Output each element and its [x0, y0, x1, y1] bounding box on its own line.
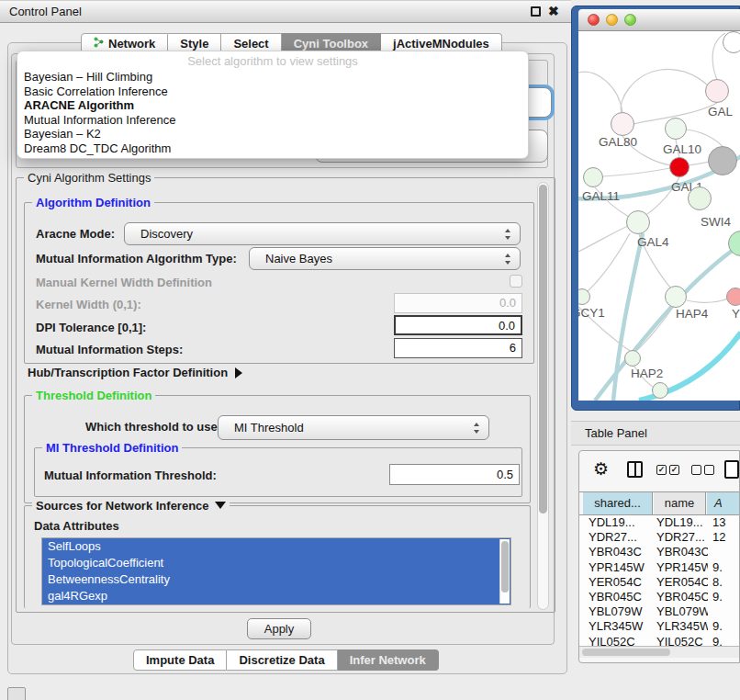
dropdown-item-aracne-algorithm[interactable]: ARACNE Algorithm	[17, 98, 528, 113]
table-cell: YLR345W	[656, 619, 708, 633]
tab-label: Discretize Data	[239, 650, 324, 671]
table-row[interactable]: YLR345WYLR345W9.	[579, 619, 739, 634]
tab-impute-data[interactable]: Impute Data	[133, 649, 227, 671]
table-header-row: shared... name A	[579, 491, 739, 515]
network-node-hap4[interactable]	[665, 286, 687, 308]
algorithm-definition-title: Algorithm Definition	[32, 196, 154, 209]
select-all-checkbox-icon[interactable]: ✓	[656, 465, 667, 475]
table-hscrollbar[interactable]	[579, 646, 739, 658]
mi-steps-field[interactable]: 6	[394, 338, 522, 358]
dropdown-item-bayesian-k2[interactable]: Bayesian – K2	[17, 127, 528, 141]
close-window-icon[interactable]	[588, 14, 600, 26]
network-node[interactable]	[688, 186, 712, 210]
cyni-bottom-tabbar: Impute DataDiscretize DataInfer Network	[133, 649, 439, 671]
stepper-icon	[505, 229, 511, 240]
table-row[interactable]: YBR043CYBR043C	[579, 545, 739, 559]
sources-title[interactable]: Sources for Network Inference	[32, 499, 230, 513]
mi-threshold-field[interactable]: 0.5	[389, 464, 520, 485]
node-table-card: ⚙ ✓ ✓ shared... name A YDL19...YDL19...1…	[578, 450, 740, 663]
tab-label: Infer Network	[350, 650, 426, 671]
network-node-gal80[interactable]	[611, 112, 634, 136]
tab-discretize-data[interactable]: Discretize Data	[227, 649, 337, 671]
mi-type-select[interactable]: Naive Bayes	[249, 247, 521, 270]
table-cell: 9.	[712, 590, 739, 604]
network-canvas[interactable]: GALGAL80GAL10GAL1GAL11SWI4GAL4GCY1HAP4YH…	[578, 31, 740, 401]
network-node-y[interactable]	[726, 288, 740, 306]
settings-scrollbar[interactable]	[537, 182, 549, 610]
tab-infer-network[interactable]: Infer Network	[338, 649, 439, 671]
aracne-mode-value: Discovery	[140, 227, 193, 241]
table-cell: YDL19...	[589, 515, 649, 529]
zoom-window-icon[interactable]	[624, 14, 636, 26]
network-node-gal1[interactable]	[669, 157, 690, 177]
deselect-checkbox-icon[interactable]	[691, 465, 701, 475]
columns-icon[interactable]	[627, 461, 643, 478]
mi-threshold-title: MI Threshold Definition	[42, 441, 182, 455]
dropdown-item-dream8-dc-tdc-algorithm[interactable]: Dream8 DC_TDC Algorithm	[17, 141, 528, 156]
dropdown-item-mutual-information-inference[interactable]: Mutual Information Inference	[17, 113, 528, 128]
minimized-panel-icon[interactable]	[7, 687, 26, 700]
export-table-icon[interactable]	[724, 460, 739, 479]
table-hscrollbar-thumb[interactable]	[582, 649, 670, 656]
network-node[interactable]	[708, 146, 737, 175]
attributes-scrollbar-thumb[interactable]	[501, 541, 509, 593]
attribute-item-betweennesscentrality[interactable]: BetweennessCentrality	[42, 571, 510, 588]
column-header-shared[interactable]: shared...	[583, 492, 653, 514]
table-row[interactable]: YDR27...YDR27...12	[579, 530, 739, 545]
hub-definition-label: Hub/Transcription Factor Definition	[28, 366, 228, 379]
network-node-gal11[interactable]	[583, 167, 603, 187]
apply-button[interactable]: Apply	[247, 618, 311, 639]
expand-right-icon	[235, 367, 242, 378]
attributes-scrollbar[interactable]	[499, 539, 510, 604]
gear-icon[interactable]: ⚙	[593, 458, 609, 480]
table-cell: YER054C	[656, 575, 708, 589]
table-row[interactable]: YER054CYER054C8.	[579, 575, 739, 590]
network-node[interactable]	[723, 31, 740, 53]
attribute-item-selfloops[interactable]: SelfLoops	[42, 538, 510, 555]
deselect-checkbox-icon2[interactable]	[704, 465, 714, 475]
aracne-mode-label: Aracne Mode:	[36, 227, 115, 241]
table-row[interactable]: YBL079WYBL079W	[579, 604, 739, 619]
dropdown-item-bayesian-hill-climbing[interactable]: Bayesian – Hill Climbing	[17, 70, 528, 85]
dpi-tolerance-field[interactable]: 0.0	[394, 315, 522, 335]
network-node-label: GCY1	[578, 306, 605, 320]
table-cell: YBR045C	[589, 590, 649, 604]
column-header-partial[interactable]: A	[707, 492, 740, 514]
table-cell: YER054C	[589, 575, 649, 589]
table-cell: YBR043C	[589, 545, 649, 559]
attribute-item-topologicalcoefficient[interactable]: TopologicalCoefficient	[42, 555, 510, 571]
network-node-label: SWI4	[701, 215, 731, 229]
control-panel-title: Control Panel	[9, 5, 82, 18]
close-panel-icon[interactable]: ✖	[548, 4, 559, 18]
table-row[interactable]: YIL052CYIL052C9.	[579, 635, 739, 647]
table-row[interactable]: YDL19...YDL19...13	[579, 515, 739, 530]
control-panel-titlebar: Control Panel ✖	[0, 0, 571, 23]
manual-kernel-label: Manual Kernel Width Definition	[36, 276, 212, 289]
select-all-checkbox-icon2[interactable]: ✓	[669, 465, 679, 475]
manual-kernel-checkbox[interactable]	[510, 275, 522, 288]
kernel-width-field[interactable]: 0.0	[394, 293, 522, 313]
dropdown-item-basic-correlation-inference[interactable]: Basic Correlation Inference	[17, 85, 528, 99]
table-body: YDL19...YDL19...13YDR27...YDR27...12YBR0…	[579, 515, 739, 646]
network-node-hap2[interactable]	[624, 350, 641, 367]
which-threshold-select[interactable]: MI Threshold	[218, 415, 489, 440]
column-header-name[interactable]: name	[654, 492, 706, 514]
table-row[interactable]: YPR145WYPR145W9.	[579, 560, 739, 575]
aracne-mode-select[interactable]: Discovery	[124, 222, 521, 245]
mi-type-label: Mutual Information Algorithm Type:	[36, 252, 237, 265]
table-row[interactable]: YBR045CYBR045C9.	[579, 590, 739, 604]
minimize-window-icon[interactable]	[606, 14, 618, 26]
settings-scrollbar-thumb[interactable]	[539, 185, 547, 514]
hub-definition-toggle[interactable]: Hub/Transcription Factor Definition	[28, 366, 242, 379]
table-cell: 9.	[712, 560, 739, 574]
network-node-gal[interactable]	[705, 79, 729, 103]
network-node-gal4[interactable]	[626, 210, 650, 234]
network-node[interactable]	[652, 382, 668, 399]
mi-threshold-label: Mutual Information Threshold:	[44, 469, 217, 482]
mi-type-value: Naive Bayes	[265, 252, 332, 265]
float-panel-icon[interactable]	[531, 6, 541, 17]
network-window-titlebar[interactable]	[578, 9, 740, 31]
network-node-gal10[interactable]	[665, 118, 687, 140]
dpi-tolerance-label: DPI Tolerance [0,1]:	[36, 321, 146, 334]
attribute-item-gal4rgexp[interactable]: gal4RGexp	[42, 588, 510, 604]
